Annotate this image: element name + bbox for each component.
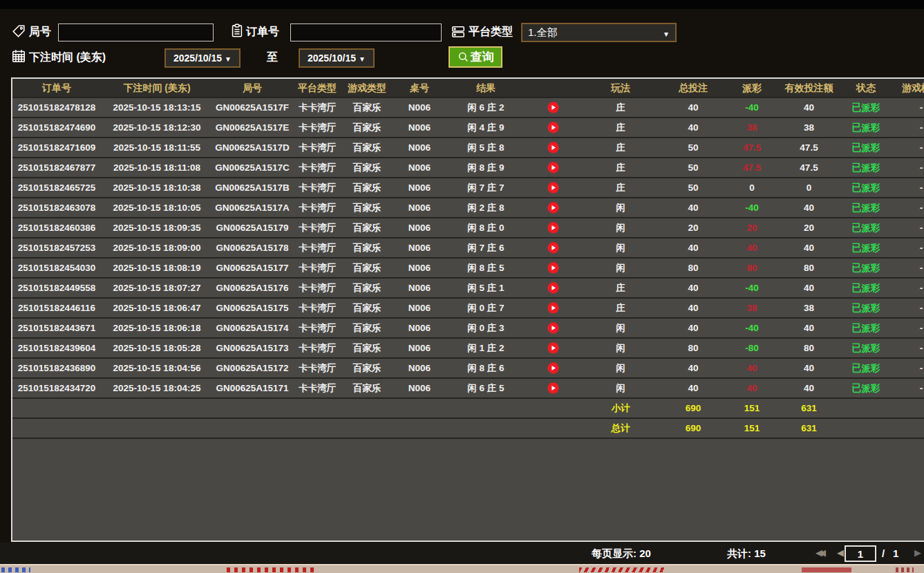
grand-total-row: 总计 690 151 631 — [12, 417, 924, 438]
cell-round-number: GN00625A1517F — [213, 98, 292, 117]
cell-result: 闲 5 庄 8 — [448, 138, 524, 157]
cell-valid-bet: 40 — [776, 279, 842, 297]
column-header-4: 游戏类型 — [343, 79, 391, 97]
date-to-picker[interactable]: 2025/10/15 — [299, 48, 375, 68]
cell-valid-bet: 20 — [776, 218, 842, 237]
column-header-1: 下注时间 (美东) — [101, 79, 213, 97]
cell-play-type: 庄 — [583, 138, 659, 157]
cell-total-bet: 80 — [659, 259, 728, 277]
query-button[interactable]: 查询 — [449, 46, 502, 68]
cell-play-type: 庄 — [583, 118, 659, 137]
play-icon[interactable] — [547, 242, 559, 254]
page-number-input[interactable] — [845, 545, 876, 562]
cell-payout: 40 — [728, 379, 776, 397]
server-icon — [451, 24, 466, 40]
play-icon[interactable] — [547, 142, 559, 153]
column-header-0: 订单号 — [12, 79, 101, 97]
play-icon[interactable] — [547, 282, 559, 294]
date-from-picker[interactable]: 2025/10/15 — [164, 48, 241, 68]
play-icon[interactable] — [547, 262, 559, 274]
cell-total-bet: 50 — [659, 138, 728, 157]
play-icon[interactable] — [547, 122, 559, 133]
table-row: 251015182463078 2025-10-15 18:10:05 GN00… — [12, 197, 924, 217]
cell-result: 闲 6 庄 2 — [448, 98, 524, 117]
cell-result: 闲 7 庄 7 — [448, 178, 524, 197]
play-icon[interactable] — [547, 182, 559, 194]
cell-play-type: 闲 — [583, 379, 659, 397]
cell-platform: 卡卡湾厅 — [292, 178, 343, 197]
play-icon[interactable] — [547, 362, 559, 374]
pagination-bar: 每页显示: 20 共计: 15 / 1 — [0, 543, 924, 564]
cell-video — [524, 238, 583, 257]
cell-bet-time: 2025-10-15 18:06:18 — [101, 319, 213, 337]
cell-game-type: 百家乐 — [343, 238, 391, 257]
cell-platform: 卡卡湾厅 — [292, 379, 343, 397]
top-black-bar — [0, 0, 924, 9]
query-button-label: 查询 — [471, 49, 494, 65]
cell-play-type: 庄 — [583, 158, 659, 177]
cell-round-number: GN00625A15175 — [213, 299, 292, 317]
cell-play-type: 闲 — [583, 259, 659, 277]
subtotal-row: 小计 690 151 631 — [12, 397, 924, 417]
cell-table-number: N006 — [391, 98, 448, 117]
cell-total-bet: 40 — [659, 319, 728, 337]
cell-play-type: 庄 — [583, 98, 659, 117]
play-icon[interactable] — [547, 302, 559, 314]
cell-video — [524, 218, 583, 237]
cell-valid-bet: 40 — [776, 198, 842, 217]
cell-play-type: 闲 — [583, 238, 659, 257]
cell-result: 闲 7 庄 6 — [448, 238, 524, 257]
cell-game-mode: - — [890, 359, 924, 377]
cell-game-mode: - — [890, 158, 924, 177]
cell-game-mode: - — [890, 259, 924, 277]
cell-bet-time: 2025-10-15 18:05:28 — [101, 339, 213, 357]
play-icon[interactable] — [547, 202, 559, 214]
next-page-icon[interactable] — [914, 547, 921, 558]
cell-valid-bet: 38 — [776, 299, 842, 317]
cell-total-bet: 40 — [659, 98, 728, 117]
first-page-icon[interactable] — [815, 547, 822, 558]
prev-page-icon[interactable] — [837, 547, 844, 558]
cell-round-number: GN00625A15179 — [213, 218, 292, 237]
cell-game-mode: - — [890, 299, 924, 317]
cell-video — [524, 299, 583, 317]
cell-status: 已派彩 — [842, 238, 890, 257]
play-icon[interactable] — [547, 322, 559, 334]
cell-game-mode: - — [890, 218, 924, 237]
column-header-3: 平台类型 — [292, 79, 343, 97]
play-icon[interactable] — [547, 342, 559, 354]
cell-game-mode: - — [890, 138, 924, 157]
cell-order-number: 251015182457253 — [12, 238, 101, 257]
play-icon[interactable] — [547, 102, 559, 113]
table-row: 251015182467877 2025-10-15 18:11:08 GN00… — [12, 157, 924, 177]
order-number-input[interactable] — [290, 24, 442, 41]
cell-table-number: N006 — [391, 259, 448, 277]
cell-valid-bet: 40 — [776, 359, 842, 377]
per-page-count: 每页显示: 20 — [592, 547, 651, 561]
round-number-input[interactable] — [58, 24, 214, 41]
cell-order-number: 251015182436890 — [12, 359, 101, 377]
cell-game-mode: - — [890, 98, 924, 117]
column-header-7 — [524, 79, 583, 97]
platform-type-select[interactable]: 1.全部 — [521, 23, 677, 42]
cell-valid-bet: 40 — [776, 98, 842, 117]
play-icon[interactable] — [547, 162, 559, 173]
cell-payout: 47.5 — [728, 138, 776, 157]
table-row: 251015182443671 2025-10-15 18:06:18 GN00… — [12, 317, 924, 337]
cell-valid-bet: 47.5 — [776, 138, 842, 157]
cell-round-number: GN00625A15177 — [213, 259, 292, 277]
chevron-down-icon — [225, 53, 232, 64]
cell-result: 闲 0 庄 7 — [448, 299, 524, 317]
cell-total-bet: 50 — [659, 158, 728, 177]
platform-type-label: 平台类型 — [469, 25, 513, 39]
cell-payout: 38 — [728, 118, 776, 137]
cell-table-number: N006 — [391, 118, 448, 137]
cell-order-number: 251015182471609 — [12, 138, 101, 157]
cell-valid-bet: 40 — [776, 238, 842, 257]
cell-valid-bet: 80 — [776, 259, 842, 277]
play-icon[interactable] — [547, 382, 559, 394]
play-icon[interactable] — [547, 222, 559, 234]
cell-platform: 卡卡湾厅 — [292, 359, 343, 377]
cell-table-number: N006 — [391, 238, 448, 257]
cell-game-type: 百家乐 — [343, 138, 391, 157]
